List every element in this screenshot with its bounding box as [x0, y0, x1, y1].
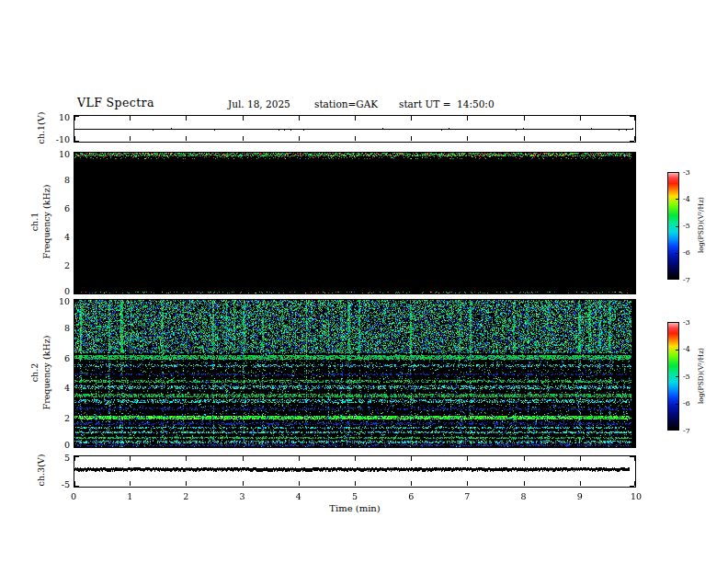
colorbar-tick-label: -3	[683, 318, 690, 327]
x-tick-mark	[411, 481, 412, 486]
start-ut-label: start UT = 14:50:0	[399, 98, 495, 109]
x-tick-label: 8	[510, 491, 538, 501]
y-tick-mark	[630, 419, 634, 419]
colorbar-tick-label: -5	[683, 222, 690, 230]
x-tick-mark	[74, 116, 75, 121]
y-tick-mark	[630, 141, 634, 142]
x-tick-label: 4	[285, 491, 313, 501]
x-tick-mark	[467, 481, 468, 486]
y-tick-mark	[74, 237, 79, 238]
x-tick-mark	[467, 153, 468, 157]
y-tick-mark	[74, 266, 79, 267]
colorbar-tick-mark	[676, 404, 679, 405]
x-tick-mark	[634, 442, 635, 446]
y-tick-mark	[630, 388, 634, 389]
x-tick-mark	[130, 481, 131, 486]
x-tick-mark	[130, 153, 131, 157]
x-tick-label: 3	[229, 491, 256, 501]
x-tick-mark	[580, 116, 581, 121]
x-tick-mark	[186, 116, 187, 121]
x-tick-mark	[524, 153, 525, 157]
y-tick-mark	[630, 486, 634, 487]
x-tick-label: 0	[60, 491, 87, 501]
x-tick-mark	[186, 288, 187, 293]
colorbar-tick-label: -3	[683, 168, 690, 177]
station-label: station=GAK	[314, 98, 378, 109]
y-tick-mark	[74, 446, 79, 447]
colorbar-tick-mark	[676, 429, 679, 430]
y-tick-label: 4	[46, 233, 70, 242]
x-tick-mark	[74, 288, 75, 293]
x-tick-mark	[634, 153, 635, 157]
x-tick-mark	[467, 456, 468, 461]
x-tick-mark	[299, 481, 300, 486]
x-tick-label: 5	[341, 491, 369, 501]
x-tick-mark	[130, 288, 131, 293]
colorbar-tick-label: -7	[683, 427, 690, 435]
x-tick-mark	[243, 300, 244, 304]
x-tick-mark	[355, 136, 356, 141]
x-tick-mark	[243, 153, 244, 157]
y-tick-label: 0	[46, 287, 70, 296]
panel-ch1-spectrogram	[74, 152, 636, 294]
x-tick-mark	[524, 481, 525, 486]
y-tick-label: -10	[46, 135, 70, 144]
x-tick-label: 9	[566, 491, 594, 501]
y-tick-mark	[630, 328, 634, 329]
y-tick-label: 2	[46, 261, 70, 270]
ch3-voltage-trace	[74, 466, 635, 475]
x-tick-mark	[130, 300, 131, 304]
colorbar-tick-label: -4	[683, 345, 690, 353]
y-tick-label: 8	[46, 324, 70, 333]
date-label: Jul. 18, 2025	[228, 98, 290, 109]
y-tick-mark	[630, 359, 634, 360]
vlf-spectra-figure: VLF Spectra Jul. 18, 2025 station=GAK st…	[0, 0, 728, 563]
y-tick-mark	[74, 209, 79, 210]
x-tick-mark	[299, 456, 300, 461]
ch1-voltage-trace	[74, 127, 635, 132]
x-tick-mark	[580, 153, 581, 157]
x-tick-mark	[634, 456, 635, 461]
x-tick-mark	[634, 136, 635, 141]
x-tick-mark	[74, 442, 75, 446]
y-tick-label: 6	[46, 354, 70, 363]
x-tick-mark	[524, 288, 525, 293]
colorbar-ch1-label: log(PSD)(V²/Hz)	[697, 170, 705, 281]
x-tick-mark	[355, 456, 356, 461]
x-tick-mark	[467, 300, 468, 304]
y-tick-label: 2	[46, 414, 70, 423]
x-tick-mark	[186, 456, 187, 461]
x-tick-mark	[299, 136, 300, 141]
y-tick-label: 10	[46, 113, 70, 122]
y-tick-mark	[74, 180, 79, 181]
x-tick-mark	[243, 136, 244, 141]
x-tick-label: 1	[116, 491, 143, 501]
x-tick-mark	[411, 288, 412, 293]
x-tick-mark	[74, 300, 75, 304]
y-tick-label: 8	[46, 176, 70, 185]
y-tick-label: -5	[46, 480, 70, 489]
x-tick-mark	[355, 481, 356, 486]
plot-title: VLF Spectra	[77, 96, 154, 109]
x-tick-mark	[299, 116, 300, 121]
x-tick-label: 6	[397, 491, 425, 501]
x-tick-mark	[411, 116, 412, 121]
x-tick-mark	[634, 116, 635, 121]
colorbar-tick-mark	[676, 253, 679, 254]
x-tick-mark	[467, 288, 468, 293]
x-tick-mark	[467, 442, 468, 446]
x-tick-mark	[524, 136, 525, 141]
colorbar-tick-mark	[676, 226, 679, 227]
x-tick-mark	[186, 442, 187, 446]
colorbar-tick-label: -6	[683, 248, 690, 257]
ch3-voltage-axis-label: ch.3(V)	[37, 406, 46, 534]
x-tick-mark	[130, 116, 131, 121]
x-tick-mark	[634, 300, 635, 304]
x-tick-mark	[74, 136, 75, 141]
colorbar-tick-label: -6	[683, 399, 690, 408]
y-tick-label: 0	[46, 441, 70, 450]
colorbar-tick-mark	[676, 376, 679, 377]
panel-ch2-spectrogram	[74, 299, 636, 448]
x-tick-mark	[524, 116, 525, 121]
x-tick-mark	[130, 442, 131, 446]
